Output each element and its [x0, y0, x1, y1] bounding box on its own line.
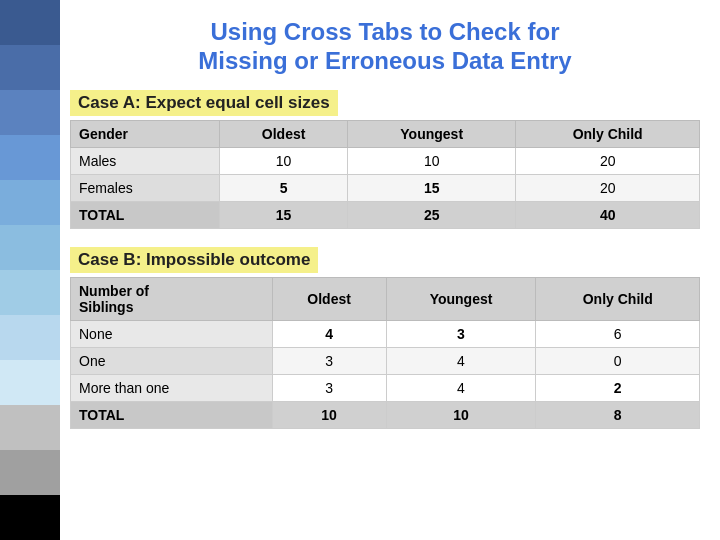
case-b-row-total-label: TOTAL	[71, 401, 273, 428]
case-a-col-onlychild: Only Child	[516, 120, 700, 147]
case-b-row-one-oldest: 3	[272, 347, 386, 374]
sidebar-block-9	[0, 360, 60, 405]
case-b-row-more-label: More than one	[71, 374, 273, 401]
sidebar-block-7	[0, 270, 60, 315]
case-a-row-females-label: Females	[71, 174, 220, 201]
case-b-row-none-youngest: 3	[386, 320, 536, 347]
case-b-row-none-label: None	[71, 320, 273, 347]
case-b-row-total-oldest: 10	[272, 401, 386, 428]
case-b-row-more-youngest: 4	[386, 374, 536, 401]
case-b-row-one-youngest: 4	[386, 347, 536, 374]
sidebar-block-11	[0, 450, 60, 495]
case-a-row-total-onlychild: 40	[516, 201, 700, 228]
sidebar-block-3	[0, 90, 60, 135]
case-b-row-total-youngest: 10	[386, 401, 536, 428]
case-b-row-total-onlychild: 8	[536, 401, 700, 428]
case-a-row-females-oldest: 5	[220, 174, 348, 201]
table-row: TOTAL 10 10 8	[71, 401, 700, 428]
case-a-col-youngest: Youngest	[348, 120, 516, 147]
case-a-row-females-youngest: 15	[348, 174, 516, 201]
table-row: One 3 4 0	[71, 347, 700, 374]
case-a-header-row: Gender Oldest Youngest Only Child	[71, 120, 700, 147]
case-b-row-one-label: One	[71, 347, 273, 374]
case-a-row-females-onlychild: 20	[516, 174, 700, 201]
sidebar-block-8	[0, 315, 60, 360]
case-a-label: Case A: Expect equal cell sizes	[70, 90, 338, 116]
case-a-table: Gender Oldest Youngest Only Child Males …	[70, 120, 700, 229]
sidebar-block-6	[0, 225, 60, 270]
case-b-col-siblings: Number ofSiblings	[71, 277, 273, 320]
case-b-row-more-onlychild: 2	[536, 374, 700, 401]
sidebar-block-5	[0, 180, 60, 225]
sidebar-block-1	[0, 0, 60, 45]
table-row: Males 10 10 20	[71, 147, 700, 174]
sidebar-block-12	[0, 495, 60, 540]
case-b-col-onlychild: Only Child	[536, 277, 700, 320]
case-a-row-males-onlychild: 20	[516, 147, 700, 174]
case-b-row-none-onlychild: 6	[536, 320, 700, 347]
case-b-col-oldest: Oldest	[272, 277, 386, 320]
case-a-row-total-youngest: 25	[348, 201, 516, 228]
table-row: TOTAL 15 25 40	[71, 201, 700, 228]
case-a-col-gender: Gender	[71, 120, 220, 147]
table-row: None 4 3 6	[71, 320, 700, 347]
case-a-row-males-youngest: 10	[348, 147, 516, 174]
sidebar-block-10	[0, 405, 60, 450]
table-row: More than one 3 4 2	[71, 374, 700, 401]
table-row: Females 5 15 20	[71, 174, 700, 201]
page-title: Using Cross Tabs to Check for Missing or…	[70, 18, 700, 76]
case-a-row-males-label: Males	[71, 147, 220, 174]
sidebar-block-2	[0, 45, 60, 90]
case-b-row-none-oldest: 4	[272, 320, 386, 347]
case-b-row-more-oldest: 3	[272, 374, 386, 401]
sidebar-block-4	[0, 135, 60, 180]
case-b-col-youngest: Youngest	[386, 277, 536, 320]
case-a-row-total-oldest: 15	[220, 201, 348, 228]
case-b-label: Case B: Impossible outcome	[70, 247, 318, 273]
sidebar	[0, 0, 60, 540]
case-a-row-total-label: TOTAL	[71, 201, 220, 228]
case-a-row-males-oldest: 10	[220, 147, 348, 174]
main-content: Using Cross Tabs to Check for Missing or…	[60, 0, 720, 540]
case-b-header-row: Number ofSiblings Oldest Youngest Only C…	[71, 277, 700, 320]
case-a-col-oldest: Oldest	[220, 120, 348, 147]
case-b-row-one-onlychild: 0	[536, 347, 700, 374]
case-b-table: Number ofSiblings Oldest Youngest Only C…	[70, 277, 700, 429]
